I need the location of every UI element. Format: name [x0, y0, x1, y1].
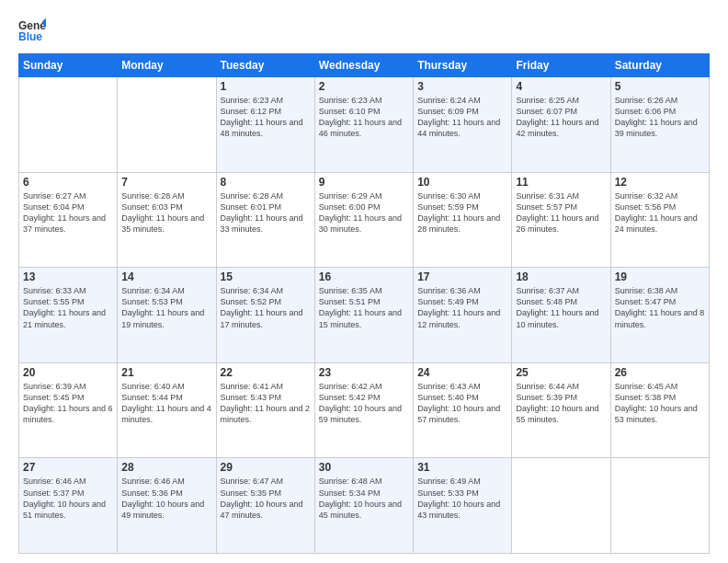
day-cell: 29Sunrise: 6:47 AM Sunset: 5:35 PM Dayli… [216, 458, 314, 554]
logo: General Blue [18, 17, 46, 44]
cell-info: Sunrise: 6:27 AM Sunset: 6:04 PM Dayligh… [23, 190, 113, 236]
cell-info: Sunrise: 6:25 AM Sunset: 6:07 PM Dayligh… [516, 95, 606, 140]
day-cell: 24Sunrise: 6:43 AM Sunset: 5:40 PM Dayli… [414, 362, 512, 458]
day-number: 17 [417, 270, 507, 283]
day-cell: 23Sunrise: 6:42 AM Sunset: 5:42 PM Dayli… [314, 362, 413, 458]
day-cell [610, 458, 709, 554]
day-cell: 2Sunrise: 6:23 AM Sunset: 6:10 PM Daylig… [314, 77, 413, 173]
day-cell: 1Sunrise: 6:23 AM Sunset: 6:12 PM Daylig… [216, 77, 314, 173]
calendar-table: SundayMondayTuesdayWednesdayThursdayFrid… [18, 53, 710, 554]
day-cell: 3Sunrise: 6:24 AM Sunset: 6:09 PM Daylig… [414, 77, 512, 173]
day-cell [118, 77, 216, 173]
day-number: 12 [615, 176, 705, 189]
cell-info: Sunrise: 6:32 AM Sunset: 5:56 PM Dayligh… [615, 190, 705, 236]
week-row-1: 1Sunrise: 6:23 AM Sunset: 6:12 PM Daylig… [19, 77, 710, 173]
week-row-4: 20Sunrise: 6:39 AM Sunset: 5:45 PM Dayli… [19, 362, 710, 458]
header: General Blue [18, 17, 710, 44]
day-cell: 18Sunrise: 6:37 AM Sunset: 5:48 PM Dayli… [512, 268, 610, 363]
cell-info: Sunrise: 6:28 AM Sunset: 6:03 PM Dayligh… [121, 190, 211, 236]
day-cell [512, 458, 610, 554]
cell-info: Sunrise: 6:46 AM Sunset: 5:37 PM Dayligh… [23, 476, 113, 521]
day-cell [19, 77, 118, 173]
day-cell: 8Sunrise: 6:28 AM Sunset: 6:01 PM Daylig… [216, 172, 314, 268]
day-cell: 28Sunrise: 6:46 AM Sunset: 5:36 PM Dayli… [118, 458, 216, 554]
day-cell: 25Sunrise: 6:44 AM Sunset: 5:39 PM Dayli… [512, 362, 610, 458]
day-number: 23 [319, 366, 409, 379]
day-number: 11 [516, 176, 606, 189]
day-number: 31 [417, 461, 507, 474]
week-row-3: 13Sunrise: 6:33 AM Sunset: 5:55 PM Dayli… [19, 268, 710, 363]
day-number: 30 [319, 461, 409, 474]
cell-info: Sunrise: 6:46 AM Sunset: 5:36 PM Dayligh… [121, 476, 211, 521]
cell-info: Sunrise: 6:23 AM Sunset: 6:12 PM Dayligh… [221, 95, 311, 140]
day-cell: 30Sunrise: 6:48 AM Sunset: 5:34 PM Dayli… [314, 458, 413, 554]
day-cell: 20Sunrise: 6:39 AM Sunset: 5:45 PM Dayli… [19, 362, 118, 458]
day-number: 25 [516, 366, 606, 379]
cell-info: Sunrise: 6:49 AM Sunset: 5:33 PM Dayligh… [417, 476, 507, 521]
day-cell: 15Sunrise: 6:34 AM Sunset: 5:52 PM Dayli… [216, 268, 314, 363]
day-number: 15 [221, 270, 311, 283]
day-cell: 9Sunrise: 6:29 AM Sunset: 6:00 PM Daylig… [314, 172, 413, 268]
day-cell: 6Sunrise: 6:27 AM Sunset: 6:04 PM Daylig… [19, 172, 118, 268]
day-number: 24 [417, 366, 507, 379]
day-cell: 17Sunrise: 6:36 AM Sunset: 5:49 PM Dayli… [414, 268, 512, 363]
cell-info: Sunrise: 6:36 AM Sunset: 5:49 PM Dayligh… [417, 285, 507, 330]
day-number: 26 [615, 366, 705, 379]
cell-info: Sunrise: 6:33 AM Sunset: 5:55 PM Dayligh… [23, 285, 113, 330]
cell-info: Sunrise: 6:26 AM Sunset: 6:06 PM Dayligh… [615, 95, 705, 140]
cell-info: Sunrise: 6:41 AM Sunset: 5:43 PM Dayligh… [221, 381, 311, 426]
day-cell: 10Sunrise: 6:30 AM Sunset: 5:59 PM Dayli… [414, 172, 512, 268]
day-number: 4 [516, 80, 606, 93]
days-header-row: SundayMondayTuesdayWednesdayThursdayFrid… [19, 54, 710, 77]
day-cell: 13Sunrise: 6:33 AM Sunset: 5:55 PM Dayli… [19, 268, 118, 363]
day-header-wednesday: Wednesday [314, 54, 413, 77]
svg-text:Blue: Blue [18, 30, 42, 43]
day-header-thursday: Thursday [414, 54, 512, 77]
day-number: 22 [221, 366, 311, 379]
cell-info: Sunrise: 6:38 AM Sunset: 5:47 PM Dayligh… [615, 285, 705, 330]
cell-info: Sunrise: 6:44 AM Sunset: 5:39 PM Dayligh… [516, 381, 606, 426]
cell-info: Sunrise: 6:42 AM Sunset: 5:42 PM Dayligh… [319, 381, 409, 426]
cell-info: Sunrise: 6:37 AM Sunset: 5:48 PM Dayligh… [516, 285, 606, 330]
day-cell: 16Sunrise: 6:35 AM Sunset: 5:51 PM Dayli… [314, 268, 413, 363]
day-number: 1 [221, 80, 311, 93]
day-cell: 19Sunrise: 6:38 AM Sunset: 5:47 PM Dayli… [610, 268, 709, 363]
day-number: 2 [319, 80, 409, 93]
day-cell: 21Sunrise: 6:40 AM Sunset: 5:44 PM Dayli… [118, 362, 216, 458]
page: General Blue SundayMondayTuesdayWednesda… [0, 0, 728, 563]
cell-info: Sunrise: 6:31 AM Sunset: 5:57 PM Dayligh… [516, 190, 606, 236]
day-number: 18 [516, 270, 606, 283]
day-number: 8 [221, 176, 311, 189]
day-cell: 26Sunrise: 6:45 AM Sunset: 5:38 PM Dayli… [610, 362, 709, 458]
day-number: 10 [417, 176, 507, 189]
week-row-2: 6Sunrise: 6:27 AM Sunset: 6:04 PM Daylig… [19, 172, 710, 268]
day-number: 27 [23, 461, 113, 474]
cell-info: Sunrise: 6:28 AM Sunset: 6:01 PM Dayligh… [221, 190, 311, 236]
day-header-saturday: Saturday [610, 54, 709, 77]
day-header-tuesday: Tuesday [216, 54, 314, 77]
day-cell: 22Sunrise: 6:41 AM Sunset: 5:43 PM Dayli… [216, 362, 314, 458]
day-header-friday: Friday [512, 54, 610, 77]
cell-info: Sunrise: 6:35 AM Sunset: 5:51 PM Dayligh… [319, 285, 409, 330]
day-cell: 7Sunrise: 6:28 AM Sunset: 6:03 PM Daylig… [118, 172, 216, 268]
day-cell: 14Sunrise: 6:34 AM Sunset: 5:53 PM Dayli… [118, 268, 216, 363]
day-number: 7 [121, 176, 211, 189]
cell-info: Sunrise: 6:23 AM Sunset: 6:10 PM Dayligh… [319, 95, 409, 140]
cell-info: Sunrise: 6:40 AM Sunset: 5:44 PM Dayligh… [121, 381, 211, 426]
day-number: 5 [615, 80, 705, 93]
cell-info: Sunrise: 6:48 AM Sunset: 5:34 PM Dayligh… [319, 476, 409, 521]
day-number: 13 [23, 270, 113, 283]
day-number: 19 [615, 270, 705, 283]
week-row-5: 27Sunrise: 6:46 AM Sunset: 5:37 PM Dayli… [19, 458, 710, 554]
cell-info: Sunrise: 6:30 AM Sunset: 5:59 PM Dayligh… [417, 190, 507, 236]
day-number: 14 [121, 270, 211, 283]
cell-info: Sunrise: 6:24 AM Sunset: 6:09 PM Dayligh… [417, 95, 507, 140]
logo-icon: General Blue [18, 17, 46, 44]
day-cell: 4Sunrise: 6:25 AM Sunset: 6:07 PM Daylig… [512, 77, 610, 173]
day-number: 6 [23, 176, 113, 189]
cell-info: Sunrise: 6:47 AM Sunset: 5:35 PM Dayligh… [221, 476, 311, 521]
cell-info: Sunrise: 6:29 AM Sunset: 6:00 PM Dayligh… [319, 190, 409, 236]
day-cell: 12Sunrise: 6:32 AM Sunset: 5:56 PM Dayli… [610, 172, 709, 268]
cell-info: Sunrise: 6:34 AM Sunset: 5:52 PM Dayligh… [221, 285, 311, 330]
cell-info: Sunrise: 6:43 AM Sunset: 5:40 PM Dayligh… [417, 381, 507, 426]
